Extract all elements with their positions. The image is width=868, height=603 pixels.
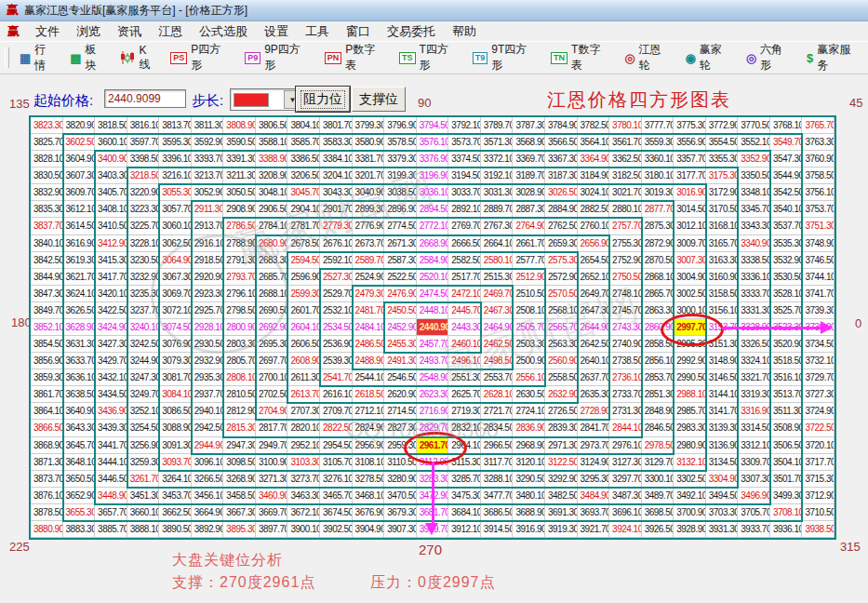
grid-cell: 3069.70 xyxy=(159,286,192,302)
grid-cell: 2649.70 xyxy=(578,286,610,302)
grid-cell: 2481.70 xyxy=(353,302,385,319)
grid-cell: 2666.50 xyxy=(448,235,481,252)
grid-cell: 2556.10 xyxy=(513,369,545,386)
grid-cell: 3650.50 xyxy=(63,471,96,488)
grid-cell: 2824.90 xyxy=(353,420,385,436)
menu-item[interactable]: 资讯 xyxy=(109,21,150,42)
grid-cell: 2930.50 xyxy=(192,336,224,353)
grid-cell: 3081.70 xyxy=(159,369,192,386)
grid-cell: 3782.50 xyxy=(578,117,610,134)
grid-cell: 2949.70 xyxy=(256,437,288,454)
grid-cell: 3873.70 xyxy=(31,471,63,488)
grid-cell: 2704.90 xyxy=(256,403,288,420)
quotes-grid-icon: ▦ xyxy=(20,52,31,64)
grid-cell: 3396.10 xyxy=(159,151,192,168)
menu-item[interactable]: 设置 xyxy=(256,21,297,42)
toolbar-button-kline[interactable]: K线 xyxy=(114,44,164,73)
grid-cell: 2911.30 xyxy=(192,201,224,218)
grid-cell: 3525.70 xyxy=(770,302,803,319)
toolbar-button-hexagon[interactable]: ◎六角形 xyxy=(740,42,800,74)
grid-cell: 3009.70 xyxy=(674,235,706,252)
gann-square-grid: 3823.303820.903818.503816.103813.703811.… xyxy=(29,115,836,540)
grid-cell: 2868.10 xyxy=(642,269,674,286)
grid-cell: 3292.90 xyxy=(545,471,578,488)
ps-badge-icon: PS xyxy=(170,52,187,64)
menu-item[interactable]: 帮助 xyxy=(444,21,485,42)
step-dropdown[interactable]: ▼ xyxy=(230,88,302,111)
angle-label-45: 45 xyxy=(849,96,862,110)
grid-cell: 2966.50 xyxy=(481,437,514,454)
grid-cell: 3268.90 xyxy=(223,471,256,488)
grid-cell: 3451.30 xyxy=(127,488,160,504)
grid-cell: 2798.50 xyxy=(223,302,256,319)
step-color-swatch xyxy=(234,93,269,107)
toolbar-button-service[interactable]: $赢家服务 xyxy=(800,42,868,74)
menu-item[interactable]: 公式选股 xyxy=(191,21,256,42)
toolbar-button-sectors[interactable]: ▩板块 xyxy=(63,42,114,74)
toolbar-button-p-square[interactable]: PSP四方形 xyxy=(164,42,238,74)
toolbar-button-gann-wheel[interactable]: ◎江恩轮 xyxy=(618,42,678,74)
grid-cell: 3045.70 xyxy=(287,184,320,201)
grid-cell: 3388.90 xyxy=(256,151,288,168)
grid-cell: 3681.70 xyxy=(417,504,449,521)
menu-item[interactable]: 浏览 xyxy=(68,21,109,42)
menu-item[interactable]: 窗口 xyxy=(338,21,379,42)
toolbar-button-t-number[interactable]: TNT数字表 xyxy=(544,42,618,74)
grid-cell: 3199.30 xyxy=(384,168,417,184)
grid-cell: 3818.50 xyxy=(95,117,127,134)
menu-item[interactable]: 文件 xyxy=(27,21,68,42)
grid-cell: 3763.30 xyxy=(802,134,835,151)
grid-cell: 2464.90 xyxy=(481,319,514,336)
grid-cell: 3544.90 xyxy=(770,168,803,184)
grid-cell: 3204.10 xyxy=(320,168,353,184)
grid-cell: 2628.10 xyxy=(481,386,514,403)
grid-cell: 3312.10 xyxy=(738,437,770,454)
grid-cell: 3254.50 xyxy=(127,420,160,436)
toolbar-button-9p-square[interactable]: P99P四方形 xyxy=(238,42,318,74)
grid-cell: 2923.30 xyxy=(192,286,224,302)
menu-item[interactable]: 工具 xyxy=(297,21,338,42)
grid-cell: 2467.30 xyxy=(481,302,514,319)
menu-item[interactable]: 交易委托 xyxy=(379,21,444,42)
toolbar-button-p-number[interactable]: PNP数字表 xyxy=(318,42,393,74)
grid-cell: 3074.50 xyxy=(159,319,192,336)
grid-cell: 3936.10 xyxy=(770,521,803,538)
grid-cell: 2702.50 xyxy=(256,386,288,403)
grid-cell: 3506.50 xyxy=(770,437,803,454)
grid-cell: 3352.90 xyxy=(738,151,770,168)
grid-cell: 3002.50 xyxy=(674,286,706,302)
grid-cell: 3218.50 xyxy=(127,168,160,184)
grid-cell: 3244.90 xyxy=(127,353,160,369)
grid-cell: 2952.10 xyxy=(287,437,320,454)
grid-cell: 3350.50 xyxy=(738,168,770,184)
grid-cell: 2680.90 xyxy=(256,235,288,252)
grid-cell: 3628.90 xyxy=(63,319,96,336)
grid-cell: 2836.90 xyxy=(513,420,545,436)
toolbar-button-winner-wheel[interactable]: ◉赢家轮 xyxy=(678,42,739,74)
toolbar-button-quotes[interactable]: ▦行情 xyxy=(13,42,63,74)
grid-cell: 3441.70 xyxy=(95,437,127,454)
grid-cell: 3264.10 xyxy=(159,471,192,488)
grid-cell: 3127.30 xyxy=(609,454,642,471)
grid-cell: 2767.30 xyxy=(481,218,514,234)
start-price-input[interactable] xyxy=(104,89,186,108)
grid-cell: 2750.50 xyxy=(609,269,642,286)
resistance-button[interactable]: 阻力位 xyxy=(296,87,350,112)
grid-cell: 3679.30 xyxy=(384,504,417,521)
grid-cell: 2685.70 xyxy=(256,269,288,286)
support-button[interactable]: 支撑位 xyxy=(352,87,406,112)
toolbar-button-t-square[interactable]: TST四方形 xyxy=(393,42,466,74)
grid-cell: 3468.10 xyxy=(353,488,385,504)
title-bar: 赢 赢家江恩专业版[赢家服务平台] - [价格正方形] xyxy=(0,0,868,21)
toolbar-button-9t-square[interactable]: T99T四方形 xyxy=(466,42,544,74)
grid-cell: 3124.90 xyxy=(578,454,610,471)
grid-cell: 3187.30 xyxy=(545,168,578,184)
grid-cell: 3633.70 xyxy=(63,353,96,369)
toolbar-label: 六角形 xyxy=(760,42,794,74)
grid-cell: 3120.10 xyxy=(513,454,545,471)
grid-cell: 3518.50 xyxy=(770,353,803,369)
menu-item[interactable]: 江恩 xyxy=(150,21,191,42)
grid-cell: 3787.30 xyxy=(513,117,545,134)
grid-cell: 3876.10 xyxy=(31,488,63,504)
grid-cell: 2774.50 xyxy=(384,218,417,234)
